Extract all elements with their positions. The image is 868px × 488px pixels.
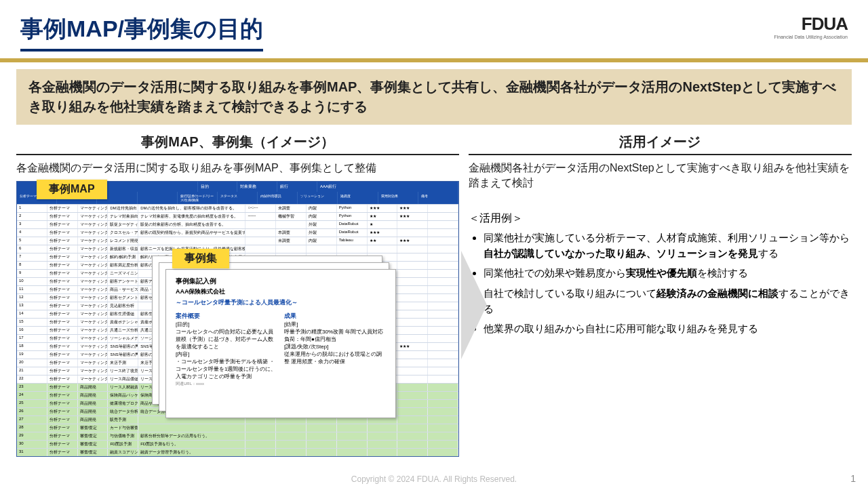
doc-sec1-label: [目的]	[176, 321, 277, 328]
doc-sec2-head: 成果	[284, 312, 386, 321]
left-desc: 各金融機関のデータ活用に関する取り組みを事例MAP、事例集として整備	[16, 161, 459, 176]
arrow-right-icon	[461, 251, 487, 359]
usage-list: 同業他社が実施している分析テーマ、人材育成施策、利用ソリューション等から自社が認…	[469, 230, 852, 337]
page-number: 1	[850, 473, 856, 484]
doc-sec2-text: 呼量予測の精度30%改善 年間で人員対応負荷：年間●億円相当	[284, 328, 386, 343]
doc-sec1-label2: [内容]	[176, 350, 277, 358]
doc-sec2-label: [効果]	[284, 321, 386, 328]
doc-sec1-text2: ・コールセンタ呼量予測モデルを構築 ・コールセンタ呼量を1週間後に行うのに、入電…	[176, 358, 277, 380]
doc-sec1-head: 案件概要	[176, 312, 277, 321]
map-visual: 内容目的対象業務銀行AAA銀行分析テーマ銀行/証券/カード/リース/生保/損保ス…	[16, 181, 459, 398]
doc-note: 関連URL：xxxx	[176, 382, 204, 386]
footer-copyright: Copyright © 2024 FDUA. All Rights Reserv…	[0, 474, 868, 484]
doc-page-front: 事例集記入例 AAA保険株式会社 ～コールセンタ呼量予測による人員最適化～ 案件…	[165, 269, 396, 418]
usage-item: 同業他社が実施している分析テーマ、人材育成施策、利用ソリューション等から自社が認…	[484, 230, 852, 262]
doc-sec1-text: コールセンタへの問合対応に必要な人員規模（予測）に基づき、対応チーム人数を最適化…	[176, 328, 277, 350]
right-desc: 金融機関各社がデータ活用のNextStepとして実施すべき取り組みを他社実績を踏…	[469, 161, 852, 191]
doc-stack: 事例集記入例 AAA保険株式会社 ～コールセンタ呼量予測による人員最適化～ 案件…	[152, 256, 396, 411]
right-heading: 活用イメージ	[469, 133, 852, 155]
usage-head: ＜活用例＞	[469, 211, 852, 226]
usage-item: 他業界の取り組みから自社に応用可能な取り組みを発見する	[484, 321, 852, 336]
left-heading: 事例MAP、事例集（イメージ）	[16, 133, 459, 155]
divider-bar	[0, 58, 868, 62]
doc-sec2-label2: [課題/失敗/次Step]	[284, 343, 386, 350]
doc-company: AAA保険株式会社	[176, 287, 386, 296]
usage-item: 自社で検討している取り組みについて経験済みの金融機関に相談することができる	[484, 285, 852, 317]
usage-item: 同業他社での効果や難易度から実現性や優先順を検討する	[484, 265, 852, 281]
logo-subtext: Financial Data Utilizing Association	[774, 35, 848, 39]
doc-title: 事例集記入例	[176, 277, 386, 286]
badge-doc: 事例集	[172, 249, 229, 268]
page-title: 事例MAP/事例集の目的	[20, 14, 263, 52]
doc-sec2-text2: 従来運用からの脱却における現場との調整 運用頻度・余力の確保	[284, 350, 386, 365]
doc-subtitle: ～コールセンタ呼量予測による人員最適化～	[176, 298, 386, 307]
mission-statement: 各金融機関のデータ活用に関する取り組みを事例MAP、事例集として共有し、金融機関…	[16, 69, 852, 125]
logo: FDUA Financial Data Utilizing Associatio…	[774, 14, 848, 39]
badge-map: 事例MAP	[37, 180, 107, 199]
logo-text: FDUA	[774, 14, 848, 35]
